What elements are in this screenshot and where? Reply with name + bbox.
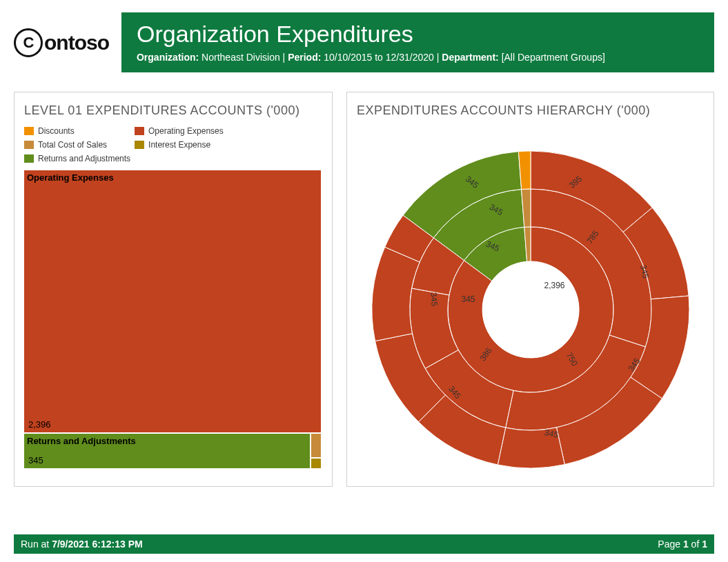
legend-label: Returns and Adjustments [38, 154, 130, 163]
treemap-chart[interactable]: Operating Expenses 2,396 Returns and Adj… [24, 170, 321, 468]
swatch-icon [24, 127, 34, 135]
swatch-icon [24, 141, 34, 149]
page-total: 1 [702, 539, 707, 550]
treemap-title: LEVEL 01 EXPENDITURES ACCOUNTS ('000) [24, 103, 322, 118]
treemap-block-label: Operating Expenses [24, 170, 321, 183]
legend-label: Operating Expenses [148, 126, 224, 136]
treemap-block-value: 345 [26, 455, 46, 467]
swatch-icon [24, 154, 34, 163]
report-body: LEVEL 01 EXPENDITURES ACCOUNTS ('000) Di… [14, 92, 714, 487]
run-time: 7/9/2021 6:12:13 PM [52, 539, 143, 550]
page-num: 1 [683, 539, 689, 550]
treemap-block-operating-expenses[interactable]: Operating Expenses 2,396 [24, 170, 321, 432]
dept-label: Department: [442, 52, 498, 63]
period-value: 10/10/2015 to 12/31/2020 [324, 52, 434, 63]
sunburst-center [482, 261, 579, 358]
footer-page: Page 1 of 1 [658, 539, 707, 550]
report-footer: Run at 7/9/2021 6:12:13 PM Page 1 of 1 [14, 534, 714, 554]
sunburst-svg [365, 144, 696, 475]
legend-item-returns: Returns and Adjustments [24, 154, 130, 163]
org-label: Organization: [137, 52, 199, 63]
title-banner: Organization Expenditures Organization: … [121, 12, 714, 72]
brand-logo: C ontoso [14, 28, 109, 57]
page-of: of [689, 539, 702, 550]
footer-run-at: Run at 7/9/2021 6:12:13 PM [21, 539, 143, 550]
legend-item-discounts: Discounts [24, 126, 107, 136]
page-title: Organization Expenditures [137, 21, 699, 48]
sunburst-label: 345 [461, 294, 475, 304]
org-value: Northeast Division [201, 52, 280, 63]
treemap-block-value: 2,396 [26, 419, 54, 431]
treemap-legend: Discounts Operating Expenses Total Cost … [24, 126, 322, 163]
sunburst-label: 345 [429, 292, 440, 306]
brand-text: ontoso [44, 31, 109, 54]
treemap-block-total-cost-of-sales[interactable] [311, 434, 321, 457]
legend-item-operating-expenses: Operating Expenses [135, 126, 224, 136]
report-header: C ontoso Organization Expenditures Organ… [14, 12, 714, 72]
legend-item-interest-expense: Interest Expense [135, 140, 217, 150]
sunburst-panel: EXPENDITURES ACCOUNTS HIERARCHY ('000) [346, 92, 714, 487]
treemap-block-returns[interactable]: Returns and Adjustments 345 [24, 434, 310, 468]
swatch-icon [135, 127, 144, 135]
treemap-block-label: Returns and Adjustments [24, 434, 310, 446]
legend-item-total-cost-of-sales: Total Cost of Sales [24, 140, 107, 150]
report-meta: Organization: Northeast Division | Perio… [137, 52, 699, 63]
swatch-icon [135, 141, 144, 149]
sunburst-title: EXPENDITURES ACCOUNTS HIERARCHY ('000) [357, 103, 704, 118]
report-container: C ontoso Organization Expenditures Organ… [0, 0, 728, 562]
sunburst-label: 2,396 [544, 281, 564, 290]
period-label: Period: [288, 52, 321, 63]
legend-label: Discounts [38, 126, 75, 136]
legend-label: Total Cost of Sales [38, 140, 107, 150]
treemap-panel: LEVEL 01 EXPENDITURES ACCOUNTS ('000) Di… [14, 92, 333, 487]
run-prefix: Run at [21, 539, 52, 550]
dept-value: [All Department Groups] [502, 52, 605, 63]
sunburst-chart[interactable]: 2,396 345 345 785 750 386 345 345 345 39… [365, 144, 696, 475]
sep1: | [283, 52, 288, 63]
page-prefix: Page [658, 539, 683, 550]
legend-label: Interest Expense [148, 140, 210, 150]
treemap-block-interest-discounts[interactable] [311, 459, 321, 468]
brand-letter: C [14, 28, 43, 57]
